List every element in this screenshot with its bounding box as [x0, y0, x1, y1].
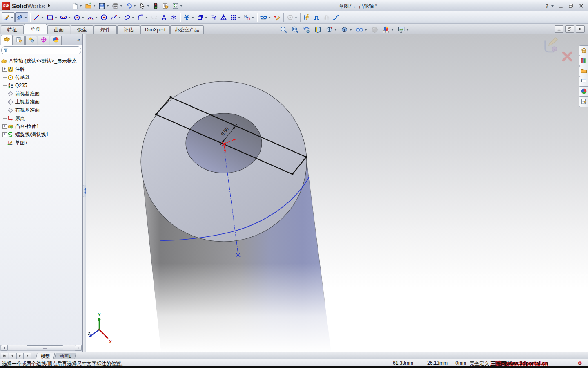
- help-button[interactable]: ?: [543, 1, 555, 11]
- dropdown-caret-icon[interactable]: [93, 5, 96, 7]
- panel-splitter[interactable]: [83, 34, 86, 352]
- panel-tabs-overflow[interactable]: »: [77, 37, 80, 43]
- dropdown-caret-icon[interactable]: [192, 17, 194, 18]
- traffic-light-button[interactable]: [151, 1, 160, 11]
- panel-horizontal-scrollbar[interactable]: [0, 345, 82, 351]
- jog-line-button[interactable]: [312, 12, 321, 22]
- tree-item[interactable]: 凸台-拉伸1: [0, 122, 82, 130]
- convert-entities-button[interactable]: [196, 12, 209, 22]
- dropdown-caret-icon[interactable]: [365, 29, 367, 31]
- dropdown-caret-icon[interactable]: [55, 17, 57, 18]
- dropdown-caret-icon[interactable]: [268, 17, 271, 18]
- bottom-tab[interactable]: 动画1: [54, 353, 76, 359]
- dropdown-caret-icon[interactable]: [145, 17, 148, 18]
- undo-button[interactable]: [124, 1, 137, 11]
- commandmanager-tab[interactable]: 特征: [1, 25, 24, 34]
- view-palette-tab[interactable]: [579, 76, 588, 87]
- dropdown-caret-icon[interactable]: [134, 5, 136, 7]
- dropdown-caret-icon[interactable]: [80, 5, 82, 7]
- mirror-entities-button[interactable]: [219, 12, 228, 22]
- tree-item[interactable]: 凸轮轴 (默认<<默认>_显示状态: [0, 57, 82, 65]
- trim-entities-button[interactable]: [182, 12, 195, 22]
- open-folder-button[interactable]: [84, 1, 97, 11]
- line-button[interactable]: [32, 12, 45, 22]
- close-button[interactable]: [577, 1, 586, 11]
- scrollbar-thumb[interactable]: [27, 345, 63, 350]
- zoom-fit-button[interactable]: [278, 25, 289, 35]
- polygon-button[interactable]: [99, 12, 109, 22]
- circle-button[interactable]: [72, 12, 85, 22]
- nav-first-button[interactable]: [1, 353, 8, 359]
- tree-item[interactable]: 注解: [0, 65, 82, 73]
- zoom-area-button[interactable]: [290, 25, 300, 35]
- close-button[interactable]: [576, 25, 585, 33]
- restore-button[interactable]: [567, 1, 575, 11]
- tree-item[interactable]: 上视基准面: [0, 98, 82, 106]
- dropdown-caret-icon[interactable]: [24, 17, 27, 18]
- relief-button[interactable]: [322, 12, 331, 22]
- dropdown-caret-icon[interactable]: [147, 5, 149, 7]
- apply-scene-button[interactable]: [381, 25, 395, 35]
- nav-last-button[interactable]: [24, 353, 31, 359]
- commandmanager-tab[interactable]: 评估: [117, 25, 140, 34]
- expand-toggle[interactable]: [2, 124, 7, 129]
- dropdown-caret-icon[interactable]: [68, 17, 71, 18]
- tree-filter[interactable]: [1, 46, 81, 54]
- dropdown-caret-icon[interactable]: [551, 5, 554, 7]
- commandmanager-tab[interactable]: 草图: [24, 24, 47, 34]
- minimize-button[interactable]: [557, 1, 565, 11]
- resources-home-tab[interactable]: [579, 45, 588, 56]
- propertymanager-tab[interactable]: [13, 36, 25, 45]
- nav-prev-button[interactable]: [9, 353, 16, 359]
- tree-item[interactable]: 草图7: [0, 139, 82, 147]
- dropdown-caret-icon[interactable]: [120, 5, 122, 7]
- dropdown-caret-icon[interactable]: [11, 17, 13, 18]
- cancel-sketch-icon[interactable]: [561, 51, 573, 62]
- displaymanager-tab[interactable]: [50, 36, 62, 45]
- spline-button[interactable]: [109, 12, 122, 22]
- tree-item[interactable]: 传感器: [0, 73, 82, 81]
- move-entities-button[interactable]: [242, 12, 255, 22]
- previous-view-button[interactable]: [301, 25, 312, 35]
- three-point-rect-button[interactable]: [149, 12, 159, 22]
- bottom-tab[interactable]: 模型: [36, 353, 55, 359]
- sketch-picture-button[interactable]: [302, 12, 312, 22]
- commandmanager-tab[interactable]: 焊件: [94, 25, 117, 34]
- realview-button[interactable]: [370, 25, 380, 35]
- exit-sketch-icon[interactable]: [543, 36, 561, 55]
- dropdown-caret-icon[interactable]: [238, 17, 241, 18]
- custom-properties-tab[interactable]: [579, 96, 588, 107]
- section-view-button[interactable]: [313, 25, 323, 35]
- view-orientation-button[interactable]: [324, 25, 338, 35]
- dropdown-caret-icon[interactable]: [118, 17, 121, 18]
- dropdown-caret-icon[interactable]: [132, 17, 134, 18]
- dropdown-caret-icon[interactable]: [82, 17, 84, 18]
- offset-entities-button[interactable]: [209, 12, 218, 22]
- dropdown-caret-icon[interactable]: [350, 29, 352, 31]
- dropdown-caret-icon[interactable]: [180, 5, 183, 7]
- dropdown-caret-icon[interactable]: [252, 17, 254, 18]
- rectangle-button[interactable]: [45, 12, 58, 22]
- dropdown-caret-icon[interactable]: [205, 17, 207, 18]
- smart-dimension-button[interactable]: [15, 12, 28, 22]
- dropdown-caret-icon[interactable]: [107, 5, 109, 7]
- text-button[interactable]: [159, 12, 169, 22]
- slot-button[interactable]: [59, 12, 72, 22]
- display-style-button[interactable]: [339, 25, 353, 35]
- tree-item[interactable]: Q235: [0, 81, 82, 90]
- filter-input[interactable]: [9, 47, 79, 54]
- nav-next-button[interactable]: [16, 353, 24, 359]
- tree-item[interactable]: 螺旋线/涡状线1: [0, 130, 82, 139]
- ellipse-button[interactable]: [122, 12, 136, 22]
- file-explorer-tab[interactable]: [579, 66, 588, 76]
- save-button[interactable]: [97, 1, 110, 11]
- commandmanager-tab[interactable]: 曲面: [47, 25, 70, 34]
- expand-toggle[interactable]: [2, 132, 7, 137]
- scrollbar-track[interactable]: [8, 345, 75, 350]
- featuremanager-tab[interactable]: [1, 35, 13, 45]
- tree-item[interactable]: 原点: [0, 114, 82, 122]
- select-cursor-button[interactable]: [138, 1, 151, 11]
- scroll-right-button[interactable]: [75, 345, 82, 351]
- dropdown-caret-icon[interactable]: [334, 29, 337, 31]
- appearances-tab[interactable]: [579, 86, 588, 97]
